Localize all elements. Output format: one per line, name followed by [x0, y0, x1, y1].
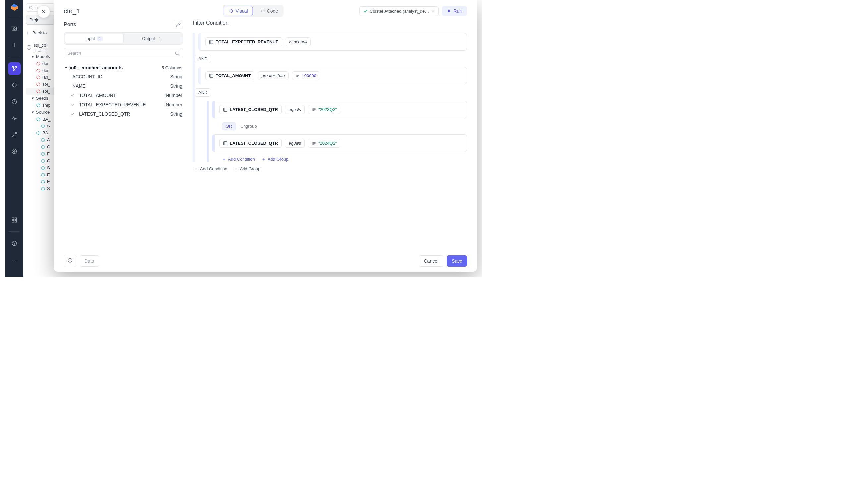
svg-marker-50	[448, 10, 450, 13]
logic-or[interactable]: OR	[222, 122, 236, 131]
value-chip[interactable]: "2023Q2"	[308, 105, 340, 114]
svg-marker-34	[37, 90, 40, 93]
edit-ports-button[interactable]	[173, 20, 183, 29]
grid-icon[interactable]	[8, 214, 21, 226]
plus-icon[interactable]	[8, 39, 21, 51]
svg-rect-63	[224, 108, 227, 111]
svg-marker-44	[41, 173, 45, 177]
svg-point-25	[14, 259, 15, 260]
help-icon[interactable]	[8, 237, 21, 250]
condition-row[interactable]: TOTAL_AMOUNT greater than 100000	[198, 67, 467, 84]
port-header[interactable]: in0 : enriched_accounts 5 Columns	[64, 63, 183, 72]
operator-chip[interactable]: equals	[285, 105, 305, 114]
svg-marker-49	[229, 9, 233, 13]
operator-chip[interactable]: greater than	[258, 71, 288, 80]
filter-modal: cte_1 Visual Code Cluster Attached (anal…	[54, 0, 477, 271]
app-logo	[10, 3, 18, 11]
expand-icon[interactable]	[8, 129, 21, 141]
column-chip[interactable]: TOTAL_EXPECTED_REVENUE	[205, 37, 282, 46]
logic-and[interactable]: AND	[195, 88, 211, 97]
data-button[interactable]: Data	[80, 255, 99, 267]
activity-icon[interactable]	[8, 112, 21, 124]
camera-icon[interactable]	[8, 22, 21, 35]
add-group-nested[interactable]: Add Group	[262, 157, 289, 161]
column-row[interactable]: ACCOUNT_ID String	[64, 72, 183, 82]
svg-line-28	[32, 8, 33, 9]
svg-point-51	[175, 52, 178, 54]
svg-point-7	[15, 66, 16, 68]
close-button[interactable]	[37, 5, 50, 18]
workflow-icon[interactable]	[8, 62, 21, 75]
input-tab[interactable]: Input 1	[65, 34, 123, 44]
column-row[interactable]: TOTAL_EXPECTED_REVENUE Number	[64, 100, 183, 109]
left-iconbar	[5, 0, 23, 277]
info-button[interactable]	[64, 255, 76, 267]
svg-line-52	[178, 54, 179, 55]
code-tab[interactable]: Code	[256, 6, 282, 16]
svg-marker-12	[12, 83, 16, 87]
svg-marker-53	[65, 67, 67, 68]
operator-chip[interactable]: equals	[285, 139, 305, 148]
add-group[interactable]: Add Group	[234, 166, 261, 171]
run-button[interactable]: Run	[442, 6, 467, 16]
filter-title: Filter Condition	[193, 20, 467, 26]
add-condition[interactable]: Add Condition	[194, 166, 227, 171]
value-chip[interactable]: 100000	[292, 71, 320, 80]
column-count: 5 Columns	[162, 65, 182, 70]
modal-title: cte_1	[64, 7, 80, 15]
svg-line-15	[12, 135, 14, 137]
ports-title: Ports	[64, 22, 76, 27]
filter-group-nested: LATEST_CLOSED_QTR equals "2023Q2" OR Ung…	[207, 101, 467, 161]
column-chip[interactable]: LATEST_CLOSED_QTR	[219, 105, 281, 114]
cancel-button[interactable]: Cancel	[419, 255, 443, 267]
column-chip[interactable]: TOTAL_AMOUNT	[205, 71, 254, 80]
svg-rect-20	[12, 220, 14, 222]
more-icon[interactable]	[8, 254, 21, 266]
svg-marker-40	[41, 145, 45, 149]
svg-marker-39	[41, 138, 45, 142]
column-row[interactable]: NAME String	[64, 82, 183, 91]
svg-point-8	[14, 69, 15, 71]
column-search[interactable]: Search	[64, 48, 183, 58]
column-row[interactable]: TOTAL_AMOUNT Number	[64, 91, 183, 100]
column-row[interactable]: LATEST_CLOSED_QTR String	[64, 109, 183, 119]
view-mode-tabs: Visual Code	[223, 5, 284, 17]
svg-point-27	[29, 6, 32, 9]
svg-marker-42	[41, 159, 45, 162]
svg-marker-41	[41, 152, 45, 156]
svg-point-23	[14, 244, 15, 245]
cluster-selector[interactable]: Cluster Attached (analyst_de…	[360, 6, 439, 16]
io-toggle: Input 1 Output 1	[64, 33, 183, 45]
download-icon[interactable]	[8, 145, 21, 158]
svg-marker-32	[37, 76, 40, 79]
svg-marker-38	[37, 132, 40, 135]
logic-and[interactable]: AND	[195, 54, 211, 63]
column-chip[interactable]: LATEST_CLOSED_QTR	[219, 139, 281, 148]
output-tab[interactable]: Output 1	[123, 34, 182, 44]
condition-row[interactable]: LATEST_CLOSED_QTR equals "2024Q2"	[212, 134, 467, 152]
svg-marker-31	[37, 69, 40, 72]
svg-point-26	[15, 259, 16, 260]
condition-row[interactable]: TOTAL_EXPECTED_REVENUE is not null	[198, 33, 467, 51]
filter-panel: Filter Condition TOTAL_EXPECTED_REVENUE …	[189, 19, 477, 250]
svg-marker-43	[41, 166, 45, 170]
ungroup-button[interactable]: Ungroup	[241, 124, 257, 129]
svg-marker-35	[37, 104, 40, 107]
svg-marker-45	[41, 180, 45, 183]
clock-icon[interactable]	[8, 95, 21, 108]
svg-rect-19	[15, 218, 16, 219]
value-chip[interactable]: "2024Q2"	[308, 139, 340, 148]
save-button[interactable]: Save	[447, 255, 467, 267]
visual-tab[interactable]: Visual	[224, 6, 253, 16]
add-condition-nested[interactable]: Add Condition	[222, 157, 255, 161]
svg-rect-21	[15, 220, 16, 222]
modal-footer: Data Cancel Save	[54, 250, 477, 271]
svg-marker-37	[41, 124, 45, 128]
diamond-icon[interactable]	[8, 79, 21, 92]
condition-row[interactable]: LATEST_CLOSED_QTR equals "2023Q2"	[212, 101, 467, 118]
svg-marker-33	[37, 83, 40, 86]
svg-rect-54	[210, 40, 213, 44]
svg-line-10	[13, 68, 14, 70]
ports-panel: Ports Input 1 Output 1 Search	[54, 19, 189, 250]
operator-chip[interactable]: is not null	[286, 37, 311, 46]
